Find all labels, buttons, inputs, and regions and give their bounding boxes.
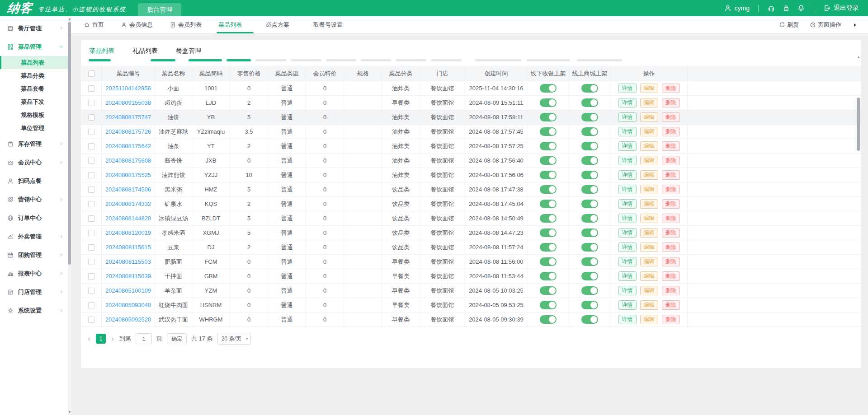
online-shelf-toggle[interactable] <box>581 315 598 324</box>
lock-icon[interactable] <box>782 4 790 12</box>
confirm-button[interactable]: 确定 <box>167 333 187 344</box>
detail-button[interactable]: 详情 <box>618 300 637 310</box>
scroll-up-arrow[interactable] <box>857 56 860 58</box>
page-operations-button[interactable]: 页面操作 <box>810 21 841 29</box>
prev-page-button[interactable]: ‹ <box>87 334 91 343</box>
subtab-0[interactable]: 菜品列表 <box>89 47 114 55</box>
backend-admin-tab[interactable]: 后台管理 <box>138 3 181 16</box>
tab-1[interactable]: 会员信息 <box>121 16 153 33</box>
delete-button[interactable]: 删除 <box>662 199 680 209</box>
dish-id-link[interactable]: 20240808175726 <box>105 128 151 135</box>
offline-shelf-toggle[interactable] <box>540 286 557 295</box>
delete-button[interactable]: 删除 <box>662 98 680 107</box>
online-shelf-toggle[interactable] <box>581 257 598 266</box>
offline-shelf-toggle[interactable] <box>540 113 557 121</box>
online-shelf-toggle[interactable] <box>581 156 598 165</box>
row-checkbox[interactable] <box>88 302 94 308</box>
edit-button[interactable]: 编辑 <box>640 84 658 93</box>
dish-id-link[interactable]: 20240808115039 <box>105 273 151 280</box>
select-all-checkbox[interactable] <box>88 70 94 77</box>
detail-button[interactable]: 详情 <box>618 199 637 209</box>
row-checkbox[interactable] <box>88 288 94 294</box>
row-checkbox[interactable] <box>88 273 94 280</box>
edit-button[interactable]: 编辑 <box>640 242 658 252</box>
edit-button[interactable]: 编辑 <box>640 185 658 194</box>
scrollbar-thumb[interactable] <box>857 98 860 151</box>
edit-button[interactable]: 编辑 <box>640 257 658 266</box>
dish-id-link[interactable]: 20240808144820 <box>105 215 151 222</box>
detail-button[interactable]: 详情 <box>618 271 637 281</box>
delete-button[interactable]: 删除 <box>662 185 680 194</box>
tab-3[interactable]: 菜品列表 <box>218 16 249 33</box>
table-scrollbar[interactable] <box>857 56 860 362</box>
row-checkbox[interactable] <box>88 230 94 236</box>
offline-shelf-toggle[interactable] <box>540 171 557 179</box>
refresh-button[interactable]: 刷新 <box>779 21 799 29</box>
sidebar-item-0[interactable]: 餐厅管理 <box>0 19 68 37</box>
sidebar-item-11[interactable]: 系统设置 <box>0 301 68 320</box>
edit-button[interactable]: 编辑 <box>640 214 658 223</box>
dish-id-link[interactable]: 20240808174506 <box>105 186 151 193</box>
online-shelf-toggle[interactable] <box>581 185 598 194</box>
row-checkbox[interactable] <box>88 317 94 323</box>
online-shelf-toggle[interactable] <box>581 200 598 208</box>
dish-id-link[interactable]: 20240808175608 <box>105 157 151 164</box>
edit-button[interactable]: 编辑 <box>640 170 658 180</box>
online-shelf-toggle[interactable] <box>581 228 598 237</box>
dish-id-link[interactable]: 20240808120019 <box>105 229 151 236</box>
delete-button[interactable]: 删除 <box>662 112 680 122</box>
row-checkbox[interactable] <box>88 129 94 135</box>
edit-button[interactable]: 编辑 <box>640 112 658 122</box>
close-icon[interactable] <box>244 23 249 28</box>
sidebar-subitem-2[interactable]: 菜品套餐 <box>0 82 68 95</box>
offline-shelf-toggle[interactable] <box>540 214 557 223</box>
offline-shelf-toggle[interactable] <box>540 272 557 280</box>
sidebar-item-6[interactable]: 订单中心 <box>0 209 68 227</box>
dish-id-link[interactable]: 20240808115615 <box>105 244 151 251</box>
offline-shelf-toggle[interactable] <box>540 156 557 165</box>
edit-button[interactable]: 编辑 <box>640 199 658 209</box>
delete-button[interactable]: 删除 <box>662 84 680 93</box>
dish-id-link[interactable]: 20240805092520 <box>105 316 151 323</box>
sidebar-item-9[interactable]: 报表中心 <box>0 264 68 283</box>
delete-button[interactable]: 删除 <box>662 127 680 136</box>
detail-button[interactable]: 详情 <box>618 286 637 295</box>
edit-button[interactable]: 编辑 <box>640 300 658 310</box>
next-page-button[interactable]: › <box>110 334 115 343</box>
online-shelf-toggle[interactable] <box>581 142 598 150</box>
sidebar-item-3[interactable]: 会员中心 <box>0 153 68 172</box>
dish-id-link[interactable]: 20240809155038 <box>105 99 151 106</box>
detail-button[interactable]: 详情 <box>618 170 637 180</box>
detail-button[interactable]: 详情 <box>618 156 637 165</box>
offline-shelf-toggle[interactable] <box>540 301 557 309</box>
delete-button[interactable]: 删除 <box>662 214 680 223</box>
scrollbar-thumb[interactable] <box>68 22 71 265</box>
delete-button[interactable]: 删除 <box>662 242 680 252</box>
dish-id-link[interactable]: 20240808175747 <box>105 114 151 121</box>
dish-id-link[interactable]: 20240808174332 <box>105 201 151 207</box>
offline-shelf-toggle[interactable] <box>540 185 557 194</box>
headset-icon[interactable] <box>767 4 775 12</box>
row-checkbox[interactable] <box>88 244 94 251</box>
offline-shelf-toggle[interactable] <box>540 200 557 208</box>
detail-button[interactable]: 详情 <box>618 112 637 122</box>
user-menu[interactable]: cymg <box>724 4 750 12</box>
sidebar-subitem-3[interactable]: 菜品下发 <box>0 95 68 108</box>
sidebar-item-2[interactable]: 库存管理 <box>0 135 68 153</box>
row-checkbox[interactable] <box>88 158 94 164</box>
delete-button[interactable]: 删除 <box>662 286 680 295</box>
online-shelf-toggle[interactable] <box>581 127 598 136</box>
sidebar-item-4[interactable]: 扫码点餐 <box>0 172 68 190</box>
sidebar-subitem-1[interactable]: 菜品分类 <box>0 69 68 82</box>
sidebar-item-5[interactable]: 营销中心 <box>0 190 68 209</box>
sidebar-scrollbar[interactable] <box>68 16 71 415</box>
detail-button[interactable]: 详情 <box>618 315 637 324</box>
online-shelf-toggle[interactable] <box>581 214 598 223</box>
row-checkbox[interactable] <box>88 201 94 207</box>
offline-shelf-toggle[interactable] <box>540 228 557 237</box>
dish-id-link[interactable]: 20251104142956 <box>105 85 151 92</box>
edit-button[interactable]: 编辑 <box>640 98 658 107</box>
edit-button[interactable]: 编辑 <box>640 271 658 281</box>
row-checkbox[interactable] <box>88 114 94 121</box>
sidebar-item-10[interactable]: 门店管理 <box>0 283 68 301</box>
